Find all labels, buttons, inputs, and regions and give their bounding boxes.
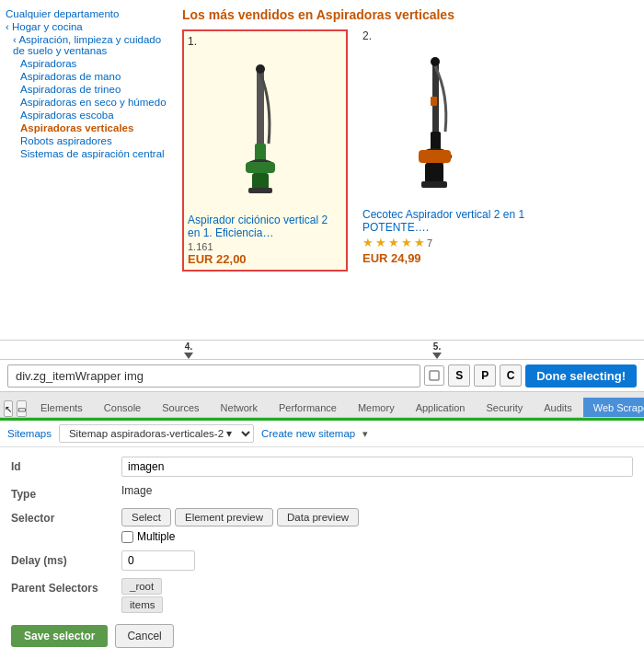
browser-content: Cualquier departamento ‹ Hogar y cocina …	[0, 0, 644, 341]
form-label-id: Id	[11, 457, 121, 473]
sidebar: Cualquier departamento ‹ Hogar y cocina …	[0, 0, 175, 340]
sidebar-item-verticales[interactable]: Aspiradoras verticales	[6, 121, 169, 134]
svg-rect-11	[425, 163, 443, 183]
tab-elements[interactable]: Elements	[30, 398, 93, 417]
form-row-id: Id	[0, 453, 644, 480]
sidebar-item-aspiracion[interactable]: ‹ Aspiración, limpieza y cuidado de suel…	[6, 33, 169, 57]
product-image-2	[362, 46, 510, 202]
sitemaps-link[interactable]: Sitemaps	[7, 428, 52, 439]
devtools: ↖ ▭ Elements Console Sources Network Per…	[0, 392, 644, 671]
sidebar-item-trineo[interactable]: Aspiradoras de trineo	[6, 83, 169, 96]
product-rating-2: ★ ★ ★ ★ ★ 7	[362, 236, 528, 249]
save-selector-button[interactable]: Save selector	[11, 625, 108, 647]
form-label-parent-selectors: Parent Selectors	[11, 578, 121, 595]
tab-audits[interactable]: Audits	[534, 398, 582, 417]
svg-rect-10	[419, 150, 451, 163]
star-5: ★	[414, 236, 425, 249]
form-area: Id Type Image Selector Select Element pr…	[0, 447, 644, 671]
form-row-parent-selectors: Parent Selectors _root items	[0, 574, 644, 617]
element-preview-button[interactable]: Element preview	[175, 508, 273, 526]
sitemap-dropdown[interactable]: Sitemap aspiradoras-verticales-2 ▾	[59, 424, 254, 443]
parent-selectors-list: _root items	[121, 578, 633, 613]
product-title-1[interactable]: Aspirador ciciónico vertical 2 en 1. Efi…	[188, 214, 342, 239]
sidebar-item-escoba[interactable]: Aspiradoras escoba	[6, 109, 169, 121]
multiple-checkbox[interactable]	[121, 531, 133, 543]
sidebar-item-aspiradoras[interactable]: Aspiradoras	[6, 57, 169, 70]
sidebar-item-any-dept[interactable]: Cualquier departamento	[6, 7, 169, 20]
form-label-delay: Delay (ms)	[11, 550, 121, 567]
tab-application[interactable]: Application	[406, 398, 476, 417]
tab-console[interactable]: Console	[94, 398, 151, 417]
multiple-row: Multiple	[121, 526, 175, 543]
multiple-label: Multiple	[137, 530, 175, 543]
product-title-2[interactable]: Cecotec Aspirador vertical 2 en 1 POTENT…	[362, 208, 528, 234]
arrow-marker-5: 5.	[432, 341, 442, 359]
arrow-marker-4: 4.	[184, 341, 193, 359]
page-title-highlight: Aspiradoras verticales	[316, 7, 454, 22]
tab-sources[interactable]: Sources	[152, 398, 209, 417]
svg-rect-5	[248, 188, 272, 193]
arrow-num-5: 5.	[433, 341, 441, 352]
tab-security[interactable]: Security	[476, 398, 533, 417]
form-value-type: Image	[121, 484, 633, 497]
selector-p-btn[interactable]: P	[474, 364, 496, 387]
form-input-id[interactable]	[121, 457, 633, 477]
product-card-2[interactable]: 2. Cecotec	[362, 29, 528, 272]
devtools-cursor-icon[interactable]: ↖	[4, 400, 13, 417]
sidebar-item-central[interactable]: Sistemas de aspiración central	[6, 147, 169, 160]
select-button[interactable]: Select	[121, 508, 171, 526]
form-row-selector: Selector Select Element preview Data pre…	[0, 504, 644, 547]
tab-performance[interactable]: Performance	[269, 398, 347, 417]
parent-selector-items[interactable]: items	[121, 596, 163, 613]
done-selecting-button[interactable]: Done selecting!	[525, 364, 637, 388]
sidebar-item-seco[interactable]: Aspiradoras en seco y húmedo	[6, 96, 169, 109]
data-preview-button[interactable]: Data preview	[277, 508, 359, 526]
star-1: ★	[362, 236, 374, 249]
star-3: ★	[388, 236, 399, 249]
form-value-id	[121, 457, 633, 477]
product-image-1	[188, 52, 335, 208]
svg-rect-4	[252, 173, 269, 190]
product-price-1: EUR 22,00	[188, 252, 342, 266]
tab-memory[interactable]: Memory	[348, 398, 405, 417]
devtools-tabs: ↖ ▭ Elements Console Sources Network Per…	[0, 392, 644, 418]
selector-buttons: Select Element preview Data preview	[121, 508, 359, 526]
product-number-1: 1.	[188, 35, 342, 48]
sidebar-item-robots[interactable]: Robots aspiradores	[6, 134, 169, 147]
products-grid: 1. Aspirado	[182, 29, 637, 272]
product-rating-count-2: 7	[427, 237, 432, 249]
devtools-device-icon[interactable]: ▭	[17, 400, 27, 417]
save-cancel-row: Save selector Cancel	[0, 617, 644, 655]
page-title-prefix: Los más vendidos en	[182, 7, 316, 22]
arrows-row: 4. 5.	[0, 341, 644, 359]
arrow-num-4: 4.	[185, 341, 192, 352]
tab-web-scraper[interactable]: Web Scraper	[583, 398, 644, 418]
product-svg-1	[224, 56, 298, 203]
main-content: Los más vendidos en Aspiradoras vertical…	[175, 0, 644, 340]
star-2: ★	[375, 236, 386, 249]
product-price-2: EUR 24,99	[362, 251, 528, 265]
selector-bar: S P C Done selecting!	[0, 359, 644, 392]
svg-rect-3	[246, 162, 275, 173]
selector-s-btn[interactable]: S	[448, 364, 470, 387]
form-label-selector: Selector	[11, 508, 121, 525]
product-svg-2	[399, 51, 473, 198]
sidebar-item-mano[interactable]: Aspiradoras de mano	[6, 70, 169, 83]
product-rating-count-1: 1.161	[188, 241, 342, 252]
tab-network[interactable]: Network	[211, 398, 268, 417]
svg-rect-14	[431, 97, 437, 106]
create-sitemap-link[interactable]: Create new sitemap	[261, 428, 355, 439]
form-row-type: Type Image	[0, 480, 644, 504]
sidebar-item-hogar[interactable]: ‹ Hogar y cocina	[6, 20, 169, 33]
selector-input[interactable]	[7, 364, 420, 388]
svg-rect-12	[421, 181, 447, 188]
cancel-button[interactable]: Cancel	[115, 624, 173, 648]
product-card-1[interactable]: 1. Aspirado	[182, 29, 348, 272]
selector-checkbox-btn[interactable]	[424, 365, 444, 386]
create-sitemap-arrow: ▾	[362, 428, 368, 440]
form-row-delay: Delay (ms)	[0, 547, 644, 574]
form-input-delay[interactable]	[121, 550, 195, 571]
parent-selector-root[interactable]: _root	[121, 578, 162, 595]
selector-c-btn[interactable]: C	[500, 364, 522, 387]
form-value-delay	[121, 550, 633, 571]
